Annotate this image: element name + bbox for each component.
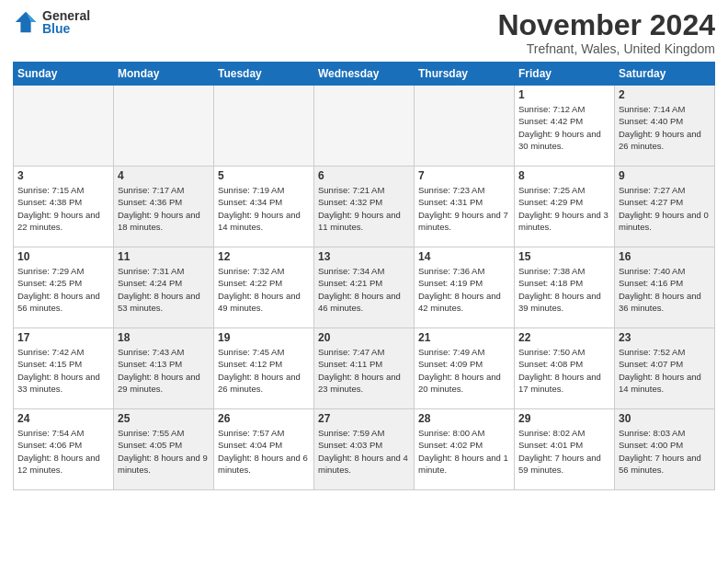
day-number: 5 (218, 169, 310, 182)
calendar-cell: 15Sunrise: 7:38 AM Sunset: 4:18 PM Dayli… (515, 247, 615, 328)
header: General Blue November 2024 Trefnant, Wal… (13, 9, 715, 56)
day-info: Sunrise: 7:38 AM Sunset: 4:18 PM Dayligh… (518, 265, 610, 314)
logo: General Blue (13, 9, 90, 35)
logo-text: General Blue (42, 9, 90, 35)
day-info: Sunrise: 7:29 AM Sunset: 4:25 PM Dayligh… (17, 265, 109, 314)
day-info: Sunrise: 7:54 AM Sunset: 4:06 PM Dayligh… (17, 427, 109, 476)
calendar-cell: 10Sunrise: 7:29 AM Sunset: 4:25 PM Dayli… (14, 247, 114, 328)
calendar-cell: 29Sunrise: 8:02 AM Sunset: 4:01 PM Dayli… (515, 409, 615, 490)
calendar-cell: 8Sunrise: 7:25 AM Sunset: 4:29 PM Daylig… (515, 167, 615, 247)
day-info: Sunrise: 7:12 AM Sunset: 4:42 PM Dayligh… (518, 103, 610, 152)
calendar-cell: 19Sunrise: 7:45 AM Sunset: 4:12 PM Dayli… (214, 328, 314, 409)
day-number: 30 (619, 412, 711, 425)
col-friday: Friday (515, 63, 615, 86)
calendar-cell: 24Sunrise: 7:54 AM Sunset: 4:06 PM Dayli… (14, 409, 114, 490)
calendar-cell: 25Sunrise: 7:55 AM Sunset: 4:05 PM Dayli… (114, 409, 214, 490)
calendar-cell: 21Sunrise: 7:49 AM Sunset: 4:09 PM Dayli… (415, 328, 515, 409)
day-number: 11 (118, 250, 210, 263)
day-number: 17 (17, 331, 109, 344)
month-title: November 2024 (497, 9, 715, 41)
day-number: 21 (418, 331, 510, 344)
calendar-cell: 2Sunrise: 7:14 AM Sunset: 4:40 PM Daylig… (615, 86, 715, 167)
day-number: 26 (218, 412, 310, 425)
calendar-cell: 18Sunrise: 7:43 AM Sunset: 4:13 PM Dayli… (114, 328, 214, 409)
col-wednesday: Wednesday (314, 63, 415, 86)
day-info: Sunrise: 7:17 AM Sunset: 4:36 PM Dayligh… (118, 184, 210, 233)
day-number: 12 (218, 250, 310, 263)
calendar-cell: 3Sunrise: 7:15 AM Sunset: 4:38 PM Daylig… (14, 167, 114, 247)
col-saturday: Saturday (615, 63, 715, 86)
calendar-cell: 11Sunrise: 7:31 AM Sunset: 4:24 PM Dayli… (114, 247, 214, 328)
day-number: 9 (619, 169, 711, 182)
page-container: General Blue November 2024 Trefnant, Wal… (0, 0, 728, 496)
calendar-cell: 26Sunrise: 7:57 AM Sunset: 4:04 PM Dayli… (214, 409, 314, 490)
day-info: Sunrise: 7:31 AM Sunset: 4:24 PM Dayligh… (118, 265, 210, 314)
day-number: 29 (518, 412, 610, 425)
calendar-cell: 5Sunrise: 7:19 AM Sunset: 4:34 PM Daylig… (214, 167, 314, 247)
calendar-cell (415, 86, 515, 167)
day-number: 19 (218, 331, 310, 344)
day-number: 6 (318, 169, 410, 182)
day-info: Sunrise: 7:15 AM Sunset: 4:38 PM Dayligh… (17, 184, 109, 233)
logo-general: General (42, 9, 90, 22)
location: Trefnant, Wales, United Kingdom (497, 41, 715, 56)
day-info: Sunrise: 7:32 AM Sunset: 4:22 PM Dayligh… (218, 265, 310, 314)
header-row: Sunday Monday Tuesday Wednesday Thursday… (14, 63, 715, 86)
day-number: 13 (318, 250, 410, 263)
day-number: 22 (518, 331, 610, 344)
title-block: November 2024 Trefnant, Wales, United Ki… (497, 9, 715, 56)
day-info: Sunrise: 7:25 AM Sunset: 4:29 PM Dayligh… (518, 184, 610, 233)
logo-blue: Blue (42, 22, 90, 35)
calendar-cell: 23Sunrise: 7:52 AM Sunset: 4:07 PM Dayli… (615, 328, 715, 409)
day-number: 18 (118, 331, 210, 344)
calendar-cell: 6Sunrise: 7:21 AM Sunset: 4:32 PM Daylig… (314, 167, 415, 247)
day-number: 1 (518, 88, 610, 101)
day-number: 7 (418, 169, 510, 182)
day-number: 15 (518, 250, 610, 263)
day-info: Sunrise: 7:47 AM Sunset: 4:11 PM Dayligh… (318, 346, 410, 395)
day-info: Sunrise: 7:50 AM Sunset: 4:08 PM Dayligh… (518, 346, 610, 395)
day-info: Sunrise: 7:55 AM Sunset: 4:05 PM Dayligh… (118, 427, 210, 476)
calendar-cell: 4Sunrise: 7:17 AM Sunset: 4:36 PM Daylig… (114, 167, 214, 247)
day-info: Sunrise: 7:49 AM Sunset: 4:09 PM Dayligh… (418, 346, 510, 395)
calendar-cell: 9Sunrise: 7:27 AM Sunset: 4:27 PM Daylig… (615, 167, 715, 247)
day-number: 28 (418, 412, 510, 425)
day-number: 2 (619, 88, 711, 101)
calendar-cell: 14Sunrise: 7:36 AM Sunset: 4:19 PM Dayli… (415, 247, 515, 328)
calendar-cell: 17Sunrise: 7:42 AM Sunset: 4:15 PM Dayli… (14, 328, 114, 409)
day-number: 25 (118, 412, 210, 425)
col-thursday: Thursday (415, 63, 515, 86)
day-info: Sunrise: 7:21 AM Sunset: 4:32 PM Dayligh… (318, 184, 410, 233)
calendar-cell (14, 86, 114, 167)
calendar-cell (314, 86, 415, 167)
calendar-cell: 28Sunrise: 8:00 AM Sunset: 4:02 PM Dayli… (415, 409, 515, 490)
calendar-week-2: 10Sunrise: 7:29 AM Sunset: 4:25 PM Dayli… (14, 247, 715, 328)
day-info: Sunrise: 7:45 AM Sunset: 4:12 PM Dayligh… (218, 346, 310, 395)
calendar-cell: 20Sunrise: 7:47 AM Sunset: 4:11 PM Dayli… (314, 328, 415, 409)
day-info: Sunrise: 7:23 AM Sunset: 4:31 PM Dayligh… (418, 184, 510, 233)
calendar-cell: 22Sunrise: 7:50 AM Sunset: 4:08 PM Dayli… (515, 328, 615, 409)
calendar-week-3: 17Sunrise: 7:42 AM Sunset: 4:15 PM Dayli… (14, 328, 715, 409)
day-number: 24 (17, 412, 109, 425)
calendar-cell: 7Sunrise: 7:23 AM Sunset: 4:31 PM Daylig… (415, 167, 515, 247)
day-info: Sunrise: 8:00 AM Sunset: 4:02 PM Dayligh… (418, 427, 510, 476)
day-info: Sunrise: 7:42 AM Sunset: 4:15 PM Dayligh… (17, 346, 109, 395)
calendar-cell: 12Sunrise: 7:32 AM Sunset: 4:22 PM Dayli… (214, 247, 314, 328)
day-info: Sunrise: 7:59 AM Sunset: 4:03 PM Dayligh… (318, 427, 410, 476)
calendar-cell: 27Sunrise: 7:59 AM Sunset: 4:03 PM Dayli… (314, 409, 415, 490)
day-number: 14 (418, 250, 510, 263)
day-info: Sunrise: 7:43 AM Sunset: 4:13 PM Dayligh… (118, 346, 210, 395)
day-number: 4 (118, 169, 210, 182)
day-info: Sunrise: 7:34 AM Sunset: 4:21 PM Dayligh… (318, 265, 410, 314)
day-number: 16 (619, 250, 711, 263)
calendar-week-4: 24Sunrise: 7:54 AM Sunset: 4:06 PM Dayli… (14, 409, 715, 490)
day-info: Sunrise: 7:14 AM Sunset: 4:40 PM Dayligh… (619, 103, 711, 152)
calendar-table: Sunday Monday Tuesday Wednesday Thursday… (13, 62, 715, 490)
day-number: 3 (17, 169, 109, 182)
calendar-cell: 30Sunrise: 8:03 AM Sunset: 4:00 PM Dayli… (615, 409, 715, 490)
calendar-week-0: 1Sunrise: 7:12 AM Sunset: 4:42 PM Daylig… (14, 86, 715, 167)
col-tuesday: Tuesday (214, 63, 314, 86)
col-sunday: Sunday (14, 63, 114, 86)
day-number: 10 (17, 250, 109, 263)
day-info: Sunrise: 7:52 AM Sunset: 4:07 PM Dayligh… (619, 346, 711, 395)
